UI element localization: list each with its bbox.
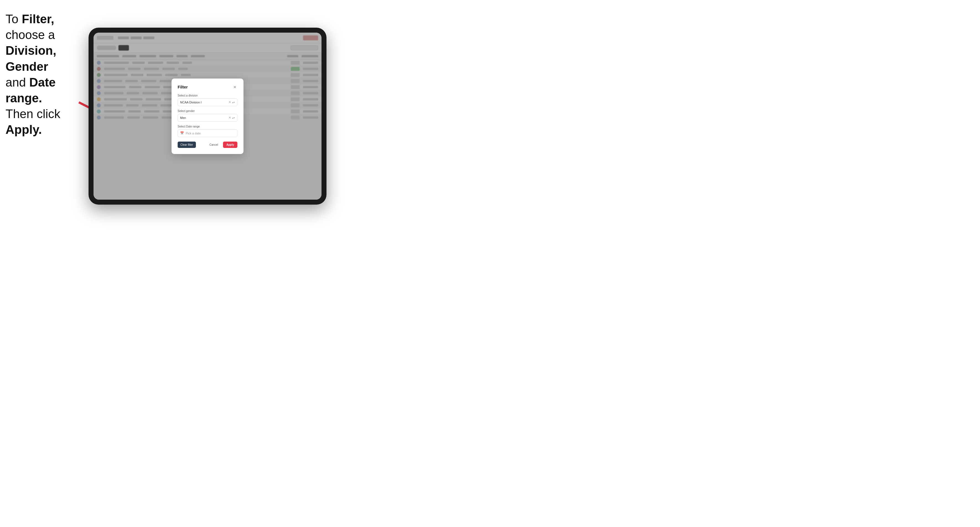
gender-value: Men — [180, 116, 186, 119]
division-value: NCAA Division I — [180, 101, 202, 104]
gender-arrow-icon: ▴▾ — [232, 116, 235, 119]
division-select-controls: ✕ ▴▾ — [229, 100, 235, 104]
bold-filter: Filter, — [22, 12, 54, 26]
tablet-screen: Filter ✕ Select a division NCAA Division… — [94, 33, 321, 200]
division-label: Select a division — [178, 94, 237, 97]
bold-date-range: Date range. — [6, 76, 56, 105]
bold-division-gender: Division, Gender — [6, 44, 56, 73]
date-range-label: Select Date range — [178, 125, 237, 128]
modal-footer: Clear filter Cancel Apply — [178, 141, 237, 148]
gender-clear-icon[interactable]: ✕ — [229, 116, 231, 119]
modal-title: Filter — [178, 85, 188, 89]
calendar-icon: 📅 — [180, 131, 184, 135]
modal-footer-right: Cancel Apply — [207, 141, 237, 148]
filter-modal: Filter ✕ Select a division NCAA Division… — [172, 79, 243, 154]
clear-filter-button[interactable]: Clear filter — [178, 141, 196, 148]
date-range-input[interactable]: 📅 Pick a date — [178, 129, 237, 137]
division-clear-icon[interactable]: ✕ — [229, 100, 231, 104]
division-select[interactable]: NCAA Division I ✕ ▴▾ — [178, 98, 237, 106]
apply-button[interactable]: Apply — [223, 141, 237, 148]
cancel-button[interactable]: Cancel — [207, 141, 221, 148]
gender-select-controls: ✕ ▴▾ — [229, 116, 235, 119]
modal-close-button[interactable]: ✕ — [232, 85, 237, 90]
gender-label: Select gender — [178, 110, 237, 113]
tablet-frame: Filter ✕ Select a division NCAA Division… — [89, 28, 326, 205]
division-arrow-icon: ▴▾ — [232, 101, 235, 104]
instruction-text: To Filter, choose a Division, Gender and… — [6, 11, 86, 138]
modal-overlay: Filter ✕ Select a division NCAA Division… — [94, 33, 321, 200]
bold-apply: Apply. — [6, 123, 42, 136]
modal-header: Filter ✕ — [178, 85, 237, 90]
date-placeholder: Pick a date — [186, 132, 200, 135]
gender-select[interactable]: Men ✕ ▴▾ — [178, 114, 237, 122]
